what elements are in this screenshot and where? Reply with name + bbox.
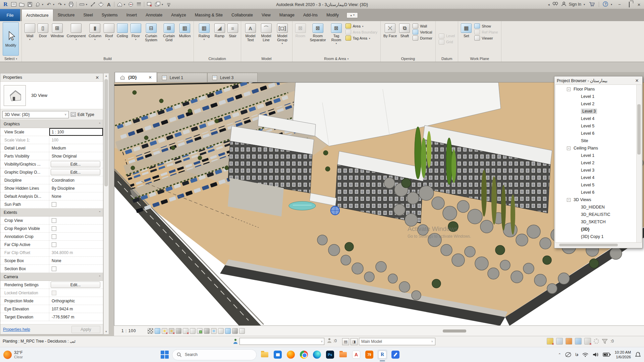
sync-icon[interactable]	[34, 1, 42, 8]
parts-visibility-value[interactable]: Show Original	[49, 152, 103, 160]
tab-massing-site[interactable]: Massing & Site	[191, 9, 227, 21]
project-browser-vscrollbar[interactable]	[636, 85, 641, 242]
tab-architecture[interactable]: Architecture	[21, 9, 53, 21]
home-icon[interactable]	[10, 1, 17, 8]
crop-view-icon[interactable]	[183, 328, 189, 334]
tree-item[interactable]: Level 5	[555, 122, 636, 130]
sign-in-caret[interactable]: ▾	[584, 3, 586, 6]
collapse-search-icon[interactable]: ◂	[548, 3, 550, 6]
opening-vertical-button[interactable]: Vertical	[413, 29, 432, 35]
tree-item-selected[interactable]: Level 3	[555, 108, 636, 115]
model-group-button[interactable]: [◻]Model Group▾	[274, 22, 290, 56]
detail-level-value[interactable]: Medium	[49, 144, 103, 152]
select-pinned-toggle[interactable]	[566, 338, 572, 345]
tag-icon[interactable]	[97, 1, 105, 8]
viewer-button[interactable]: Viewer	[474, 36, 498, 41]
tab-addins[interactable]: Add-Ins	[299, 9, 322, 21]
properties-title-bar[interactable]: Properties ✕	[0, 73, 103, 82]
revit-logo-icon[interactable]: R	[2, 1, 9, 8]
tree-item[interactable]: Level 6	[555, 130, 636, 137]
model-text-button[interactable]: AModel Text	[243, 22, 258, 56]
show-hidden-lines-value[interactable]: By Discipline	[49, 184, 103, 192]
model-panel-label[interactable]: Model	[241, 56, 292, 62]
section-extents[interactable]: Extents⌃	[0, 208, 103, 217]
edge-icon[interactable]	[312, 350, 322, 360]
selected-planting-element[interactable]	[331, 206, 339, 215]
tree-item[interactable]: Level 2	[555, 100, 636, 108]
datum-panel-label[interactable]: Datum	[436, 56, 458, 62]
notification-bell-icon[interactable]: z	[635, 352, 641, 358]
view-scale-input[interactable]: 1 : 100	[49, 128, 103, 136]
tab-view[interactable]: View	[257, 9, 275, 21]
curtain-system-button[interactable]: ⊟Curtain System	[143, 22, 160, 56]
target-elevation-value[interactable]: -776.5967 m	[49, 313, 103, 321]
ramp-button[interactable]: ◢Ramp	[213, 22, 226, 56]
sign-in-label[interactable]: Sign In	[569, 2, 581, 7]
build-panel-label[interactable]: Build	[22, 56, 194, 62]
tab-structure[interactable]: Structure	[53, 9, 79, 21]
select-panel-label[interactable]: Select▾	[0, 56, 21, 62]
tree-item[interactable]: Site	[555, 137, 636, 144]
annotation-crop-checkbox[interactable]	[52, 234, 56, 239]
window-button[interactable]: ⊞Window	[50, 22, 65, 56]
tab-steel[interactable]: Steel	[79, 9, 97, 21]
select-by-face-toggle[interactable]	[575, 338, 582, 345]
tree-item[interactable]: 3D_SKETCH	[555, 218, 636, 226]
open-file-icon[interactable]	[18, 1, 25, 8]
revit-taskbar-icon[interactable]: R	[377, 350, 387, 360]
section-box-checkbox[interactable]	[52, 266, 56, 271]
opening-dormer-button[interactable]: Dormer	[413, 36, 432, 41]
project-browser-hscrollbar[interactable]	[555, 243, 642, 247]
tag-room-button[interactable]: ⊠Tag Room▾	[329, 22, 344, 56]
ceiling-button[interactable]: Ceiling	[116, 22, 129, 56]
project-browser-title-bar[interactable]: Project Browser - بيمارستان ✕	[554, 76, 642, 84]
section-camera[interactable]: Camera⌃	[0, 273, 103, 281]
properties-help-link[interactable]: Properties help	[3, 327, 30, 332]
view-dropdown-caret[interactable]: ▾	[124, 3, 126, 6]
badge-79-app-icon[interactable]: 79	[364, 350, 374, 360]
floor-button[interactable]: Floor▾	[129, 22, 142, 56]
wall-button[interactable]: Wall▾	[23, 22, 36, 56]
canvas-hscrollbar-thumb[interactable]	[443, 329, 466, 333]
battery-icon[interactable]	[603, 352, 611, 357]
search-box[interactable]: Search	[172, 349, 257, 360]
weather-widget[interactable]: 32°FClear	[3, 350, 23, 359]
close-button[interactable]: ×	[635, 2, 643, 7]
tree-item[interactable]: Level 3	[555, 167, 636, 174]
design-option-select[interactable]: Main Model˅	[359, 338, 435, 345]
tab-file[interactable]: File	[0, 9, 20, 21]
tree-item[interactable]: 3D_HIDDEN	[555, 203, 636, 211]
reveal-constraints-icon[interactable]	[239, 328, 245, 334]
column-button[interactable]: ▮Column▾	[88, 22, 102, 56]
tree-item[interactable]: Level 2	[555, 159, 636, 167]
section-graphics[interactable]: Graphics⌃	[0, 120, 103, 128]
view-tab-level1[interactable]: Level 1	[157, 73, 207, 82]
door-button[interactable]: ▯Door	[37, 22, 49, 56]
default-3d-view-icon[interactable]	[116, 1, 123, 8]
shaft-button[interactable]: ⧉Shaft	[398, 22, 411, 56]
help-caret[interactable]: ▾	[611, 3, 613, 6]
switch-windows-caret[interactable]: ▾	[162, 3, 164, 6]
measure-dropdown-caret[interactable]: ▾	[86, 3, 89, 6]
crop-view-checkbox[interactable]	[52, 218, 56, 223]
section-icon[interactable]	[127, 1, 135, 8]
circulation-panel-label[interactable]: Circulation	[194, 56, 241, 62]
detail-level-icon[interactable]	[148, 328, 153, 334]
tree-item[interactable]: 3D_REALISTIC	[555, 211, 636, 218]
render-dialog-icon[interactable]	[176, 328, 181, 334]
measure-icon[interactable]	[78, 1, 86, 8]
microsoft-store-icon[interactable]	[273, 350, 283, 360]
tab-modify[interactable]: Modify	[322, 9, 343, 21]
redo-dropdown-caret[interactable]: ▾	[64, 3, 67, 6]
redo-icon[interactable]: ↷	[56, 1, 64, 8]
firefox-icon[interactable]	[286, 350, 296, 360]
work-plane-panel-label[interactable]: Work Plane	[458, 56, 501, 62]
tab-manage[interactable]: Manage	[275, 9, 299, 21]
properties-scrollbar[interactable]: ▲ ▼	[103, 73, 109, 335]
help-icon[interactable]: ?	[602, 1, 608, 8]
undo-dropdown-caret[interactable]: ▾	[53, 3, 56, 6]
scope-box-value[interactable]: None	[49, 257, 103, 264]
design-app-icon[interactable]	[390, 350, 400, 360]
shadows-icon[interactable]	[169, 328, 174, 334]
print-icon[interactable]	[67, 1, 75, 8]
